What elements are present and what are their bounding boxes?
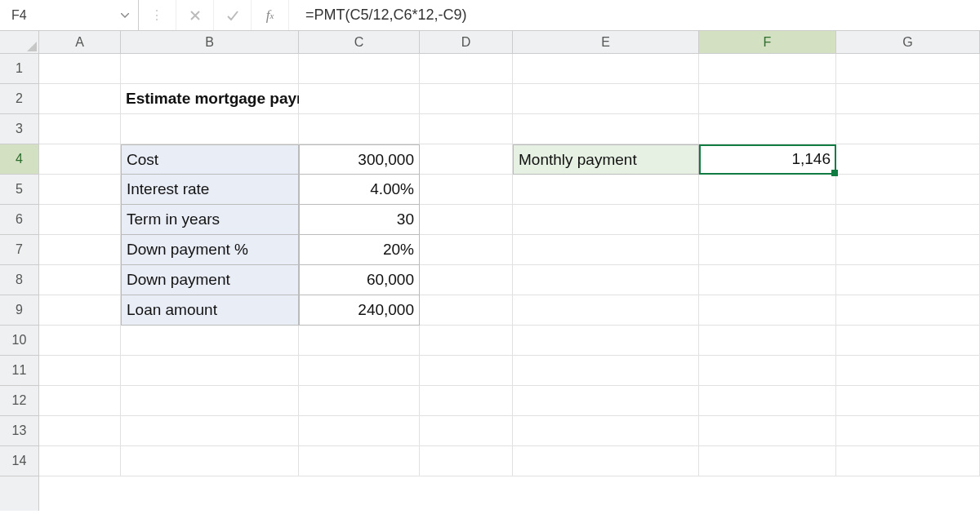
- cell[interactable]: [836, 114, 980, 144]
- row-header-13[interactable]: 13: [0, 416, 38, 446]
- cell[interactable]: [39, 205, 121, 235]
- cell[interactable]: [299, 84, 420, 114]
- cell[interactable]: [699, 54, 836, 84]
- cell[interactable]: [420, 205, 513, 235]
- column-header-A[interactable]: A: [39, 31, 121, 53]
- column-header-E[interactable]: E: [513, 31, 699, 53]
- cell[interactable]: [121, 54, 299, 84]
- cell[interactable]: [513, 205, 699, 235]
- input-label-down-pct[interactable]: Down payment %: [121, 235, 299, 265]
- column-header-D[interactable]: D: [420, 31, 513, 53]
- cell[interactable]: [121, 356, 299, 386]
- cell[interactable]: [39, 356, 121, 386]
- row-header-9[interactable]: 9: [0, 295, 38, 326]
- row-header-6[interactable]: 6: [0, 205, 38, 235]
- select-all-corner[interactable]: [0, 31, 39, 54]
- cell[interactable]: [513, 326, 699, 356]
- cell[interactable]: [39, 295, 121, 326]
- cell[interactable]: [836, 356, 980, 386]
- cell[interactable]: [39, 84, 121, 114]
- cell[interactable]: [699, 205, 836, 235]
- cell[interactable]: [420, 416, 513, 446]
- cell[interactable]: [121, 386, 299, 416]
- cell[interactable]: [836, 84, 980, 114]
- row-header-5[interactable]: 5: [0, 175, 38, 205]
- row-header-2[interactable]: 2: [0, 84, 38, 114]
- column-header-B[interactable]: B: [121, 31, 299, 53]
- cell[interactable]: [39, 326, 121, 356]
- column-header-G[interactable]: G: [836, 31, 980, 53]
- cell[interactable]: [513, 386, 699, 416]
- cell[interactable]: [513, 416, 699, 446]
- cell[interactable]: [836, 446, 980, 476]
- cell[interactable]: [420, 386, 513, 416]
- cell[interactable]: [299, 54, 420, 84]
- cell[interactable]: [836, 54, 980, 84]
- cell[interactable]: [699, 386, 836, 416]
- input-value-down[interactable]: 60,000: [299, 265, 420, 295]
- cell[interactable]: [39, 175, 121, 205]
- enter-icon[interactable]: [214, 0, 252, 30]
- cell[interactable]: [836, 416, 980, 446]
- row-header-11[interactable]: 11: [0, 356, 38, 386]
- cell[interactable]: [513, 114, 699, 144]
- cell[interactable]: [299, 386, 420, 416]
- cell[interactable]: [39, 416, 121, 446]
- cell[interactable]: [121, 446, 299, 476]
- row-header-1[interactable]: 1: [0, 54, 38, 84]
- input-label-loan[interactable]: Loan amount: [121, 295, 299, 326]
- cell[interactable]: [121, 416, 299, 446]
- cell[interactable]: [513, 84, 699, 114]
- row-header-10[interactable]: 10: [0, 326, 38, 356]
- cell[interactable]: [420, 84, 513, 114]
- cell[interactable]: [836, 205, 980, 235]
- chevron-down-icon[interactable]: [118, 9, 131, 22]
- cell[interactable]: [699, 416, 836, 446]
- input-label-down[interactable]: Down payment: [121, 265, 299, 295]
- cell[interactable]: [699, 265, 836, 295]
- cell[interactable]: [420, 54, 513, 84]
- formula-input[interactable]: =PMT(C5/12,C6*12,-C9): [289, 0, 980, 30]
- column-header-C[interactable]: C: [299, 31, 420, 53]
- cell[interactable]: [699, 235, 836, 265]
- cell[interactable]: [299, 416, 420, 446]
- cell[interactable]: [299, 446, 420, 476]
- cell[interactable]: [836, 326, 980, 356]
- cell[interactable]: [420, 144, 513, 175]
- cell[interactable]: [420, 295, 513, 326]
- cell[interactable]: [121, 114, 299, 144]
- cell[interactable]: [299, 114, 420, 144]
- cell[interactable]: [513, 175, 699, 205]
- page-title[interactable]: Estimate mortgage payment: [121, 84, 299, 114]
- input-value-loan[interactable]: 240,000: [299, 295, 420, 326]
- row-header-7[interactable]: 7: [0, 235, 38, 265]
- cell[interactable]: [699, 84, 836, 114]
- cells-area[interactable]: Estimate mortgage payment Cost 300,000 M…: [39, 54, 980, 514]
- cell[interactable]: [39, 446, 121, 476]
- cell[interactable]: [420, 356, 513, 386]
- row-header-8[interactable]: 8: [0, 265, 38, 295]
- cell[interactable]: [836, 144, 980, 175]
- cell[interactable]: [420, 175, 513, 205]
- name-box[interactable]: F4: [0, 0, 139, 30]
- cell[interactable]: [39, 114, 121, 144]
- cell[interactable]: [699, 326, 836, 356]
- input-value-cost[interactable]: 300,000: [299, 144, 420, 175]
- cell[interactable]: [39, 144, 121, 175]
- input-value-term[interactable]: 30: [299, 205, 420, 235]
- row-header-12[interactable]: 12: [0, 386, 38, 416]
- row-header-3[interactable]: 3: [0, 114, 38, 144]
- input-label-cost[interactable]: Cost: [121, 144, 299, 175]
- cell[interactable]: [39, 386, 121, 416]
- cell[interactable]: [836, 295, 980, 326]
- cell[interactable]: [699, 356, 836, 386]
- cell[interactable]: [420, 446, 513, 476]
- fx-icon[interactable]: fx: [252, 0, 289, 30]
- cell[interactable]: [699, 114, 836, 144]
- cell[interactable]: [513, 356, 699, 386]
- cell[interactable]: [299, 356, 420, 386]
- cell[interactable]: [513, 235, 699, 265]
- row-header-14[interactable]: 14: [0, 446, 38, 476]
- cell[interactable]: [513, 54, 699, 84]
- cell[interactable]: [836, 265, 980, 295]
